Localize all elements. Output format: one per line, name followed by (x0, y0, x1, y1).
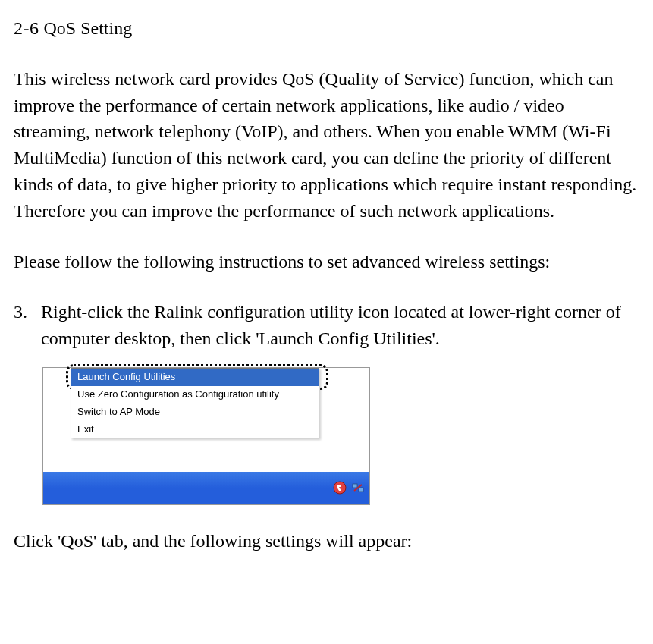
menu-item-launch-config[interactable]: Launch Config Utilities (71, 369, 319, 386)
svg-rect-2 (359, 488, 363, 492)
paragraph-instructions: Please follow the following instructions… (14, 249, 639, 275)
network-tray-icon[interactable] (351, 481, 365, 495)
menu-item-switch-ap[interactable]: Switch to AP Mode (71, 404, 319, 421)
heading-title: QoS Setting (44, 18, 133, 38)
context-menu: Launch Config Utilities Use Zero Configu… (71, 368, 319, 438)
paragraph-qos-tab: Click 'QoS' tab, and the following setti… (14, 528, 639, 554)
section-heading: 2-6 QoS Setting (14, 15, 639, 42)
svg-rect-1 (353, 484, 357, 488)
menu-item-zero-config[interactable]: Use Zero Configuration as Configuration … (71, 386, 319, 404)
ralink-tray-icon[interactable] (333, 481, 347, 495)
list-number: 3. (14, 299, 41, 352)
heading-number: 2-6 (14, 18, 39, 38)
list-text: Right-click the Ralink configuration uti… (41, 299, 639, 352)
menu-item-exit[interactable]: Exit (71, 421, 319, 438)
screenshot-container: Launch Config Utilities Use Zero Configu… (42, 367, 639, 505)
paragraph-intro: This wireless network card provides QoS … (14, 66, 639, 225)
svg-point-0 (334, 482, 346, 494)
screenshot-figure: Launch Config Utilities Use Zero Configu… (42, 367, 370, 505)
taskbar (43, 472, 369, 504)
list-item-3: 3. Right-click the Ralink configuration … (14, 299, 639, 352)
